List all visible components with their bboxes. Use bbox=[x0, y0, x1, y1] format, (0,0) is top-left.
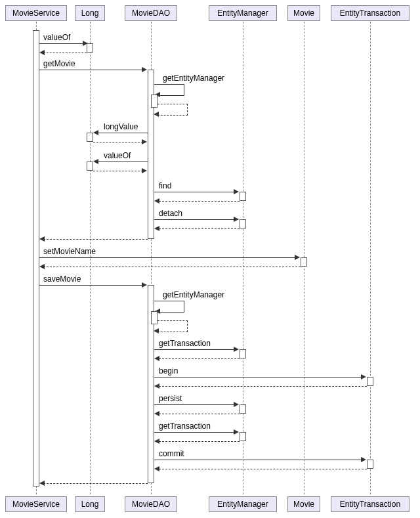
arrow bbox=[154, 192, 235, 192]
activation-bar bbox=[367, 377, 373, 386]
return-arrow bbox=[93, 142, 143, 142]
msg-longvalue: longValue bbox=[104, 122, 138, 131]
activation-bar bbox=[240, 404, 246, 414]
arrow-head bbox=[39, 481, 45, 486]
arrow bbox=[39, 285, 143, 286]
arrow bbox=[154, 349, 235, 350]
label: MovieDAO bbox=[132, 9, 170, 18]
participant-long-bottom: Long bbox=[75, 496, 105, 512]
label: MovieService bbox=[12, 9, 60, 18]
participant-entitymanager-bottom: EntityManager bbox=[209, 496, 277, 512]
return-arrow bbox=[159, 441, 240, 442]
return-arrow bbox=[43, 53, 87, 53]
label: EntityTransaction bbox=[340, 500, 400, 509]
arrow-head bbox=[154, 112, 159, 117]
arrow-head bbox=[142, 168, 147, 173]
activation-bar bbox=[87, 133, 93, 142]
msg-valueof: valueOf bbox=[43, 33, 70, 42]
activation-bar bbox=[87, 43, 93, 53]
activation-bar bbox=[151, 95, 158, 108]
activation-bar bbox=[240, 192, 246, 201]
arrow-head bbox=[295, 255, 300, 260]
lifeline bbox=[243, 22, 243, 494]
msg-savemovie: saveMovie bbox=[43, 274, 81, 284]
label: MovieDAO bbox=[132, 500, 170, 509]
arrow bbox=[154, 460, 362, 460]
self-return bbox=[158, 320, 188, 332]
activation-bar bbox=[151, 311, 158, 324]
return-arrow bbox=[43, 483, 148, 484]
label: EntityManager bbox=[217, 500, 268, 509]
return-arrow bbox=[43, 239, 148, 240]
label: EntityTransaction bbox=[340, 9, 400, 18]
arrow-head bbox=[234, 189, 239, 194]
activation-bar bbox=[240, 432, 246, 441]
participant-long-top: Long bbox=[75, 5, 105, 21]
msg-gettransaction2: getTransaction bbox=[159, 421, 211, 431]
lifeline bbox=[90, 22, 91, 494]
return-arrow bbox=[159, 469, 367, 469]
arrow bbox=[97, 162, 148, 162]
arrow-head bbox=[154, 198, 159, 204]
sequence-diagram: MovieService Long MovieDAO EntityManager… bbox=[5, 5, 415, 513]
arrow-head bbox=[154, 356, 159, 361]
label: EntityManager bbox=[217, 9, 268, 18]
label: Movie bbox=[293, 500, 314, 509]
lifeline bbox=[370, 22, 371, 494]
participant-moviedao-bottom: MovieDAO bbox=[125, 496, 177, 512]
msg-begin: begin bbox=[159, 366, 178, 376]
activation-bar bbox=[240, 349, 246, 358]
msg-getmovie: getMovie bbox=[43, 59, 75, 68]
arrow-head bbox=[39, 264, 45, 269]
arrow-head bbox=[154, 226, 159, 231]
activation-bar bbox=[301, 257, 307, 267]
participant-movieservice-top: MovieService bbox=[5, 5, 67, 21]
participant-entitymanager-top: EntityManager bbox=[209, 5, 277, 21]
arrow bbox=[39, 257, 296, 258]
arrow bbox=[39, 70, 143, 70]
return-arrow bbox=[159, 228, 240, 229]
participant-movieservice-bottom: MovieService bbox=[5, 496, 67, 512]
participant-movie-top: Movie bbox=[287, 5, 320, 21]
participant-entitytransaction-bottom: EntityTransaction bbox=[331, 496, 410, 512]
arrow-head bbox=[93, 130, 98, 135]
participant-movie-bottom: Movie bbox=[287, 496, 320, 512]
activation-bar bbox=[33, 30, 39, 486]
msg-getentitymanager2: getEntityManager bbox=[163, 290, 224, 299]
msg-commit: commit bbox=[159, 449, 184, 458]
msg-find: find bbox=[159, 181, 171, 190]
self-return bbox=[158, 104, 188, 116]
activation-bar bbox=[367, 460, 373, 469]
arrow bbox=[154, 219, 235, 220]
arrow bbox=[97, 133, 148, 133]
label: Long bbox=[81, 500, 99, 509]
msg-persist: persist bbox=[159, 394, 182, 403]
arrow-head bbox=[142, 282, 147, 288]
arrow-head bbox=[154, 439, 159, 444]
arrow bbox=[154, 377, 362, 378]
arrow bbox=[154, 432, 235, 433]
arrow-head bbox=[154, 411, 159, 416]
label: Long bbox=[81, 9, 99, 18]
participant-entitytransaction-top: EntityTransaction bbox=[331, 5, 410, 21]
participant-moviedao-top: MovieDAO bbox=[125, 5, 177, 21]
arrow-head bbox=[154, 466, 159, 471]
return-arrow bbox=[159, 386, 367, 387]
return-arrow bbox=[43, 267, 301, 267]
return-arrow bbox=[159, 414, 240, 414]
activation-bar bbox=[87, 162, 93, 171]
arrow-head bbox=[154, 383, 159, 389]
label: Movie bbox=[293, 9, 314, 18]
msg-getentitymanager: getEntityManager bbox=[163, 74, 224, 83]
arrow-head bbox=[93, 159, 98, 164]
arrow-head bbox=[361, 457, 366, 462]
arrow-head bbox=[234, 347, 239, 352]
msg-detach: detach bbox=[159, 209, 182, 218]
arrow-head bbox=[154, 328, 159, 334]
msg-gettransaction: getTransaction bbox=[159, 339, 211, 348]
arrow-head bbox=[234, 402, 239, 407]
activation-bar bbox=[240, 219, 246, 228]
arrow-head bbox=[142, 67, 147, 72]
arrow-head bbox=[39, 50, 45, 55]
msg-setmoviename: setMovieName bbox=[43, 247, 96, 256]
